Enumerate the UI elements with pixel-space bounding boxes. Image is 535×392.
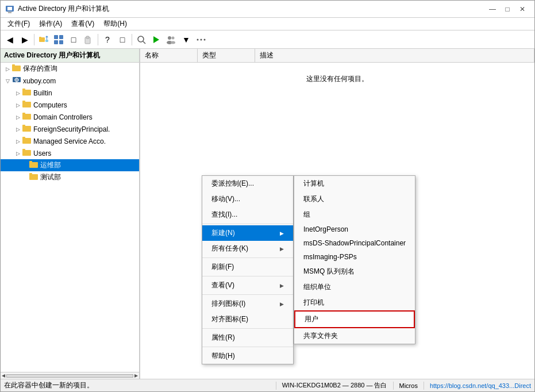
window-title: Active Directory 用户和计算机	[18, 4, 485, 14]
column-headers: 名称 类型 描述	[140, 49, 534, 63]
ctx-arrange-icons[interactable]: 排列图标(I) ▶	[202, 296, 293, 312]
svg-rect-8	[59, 35, 63, 39]
tree-item-label: 测试部	[40, 172, 61, 182]
tree-item-builtin[interactable]: ▷ Builtin	[1, 87, 139, 99]
ctx-help[interactable]: 帮助(H)	[202, 348, 293, 364]
sub-user[interactable]: 用户	[294, 310, 415, 328]
back-button[interactable]: ◀	[3, 33, 17, 47]
tree-item-computers[interactable]: ▷ Computers	[1, 99, 139, 111]
sub-org-unit[interactable]: 组织单位	[294, 279, 415, 295]
tree-item-ceshi[interactable]: 测试部	[1, 171, 139, 183]
status-bar: 在此容器中创建一新的项目。 WIN-ICEKDG1M0B2 — 2880 — 告…	[1, 379, 534, 391]
ctx-properties[interactable]: 属性(R)	[202, 330, 293, 345]
scroll-left-arrow[interactable]: ◀	[2, 373, 5, 378]
toolbar-separator-3	[132, 34, 132, 45]
col-header-type[interactable]: 类型	[198, 49, 255, 62]
ctx-refresh[interactable]: 刷新(F)	[202, 259, 293, 275]
tree-item-yunwei[interactable]: 运维部	[1, 159, 139, 171]
svg-rect-40	[22, 149, 25, 151]
col-header-name[interactable]: 名称	[140, 49, 198, 62]
folder-icon	[22, 148, 32, 158]
svg-rect-1	[7, 7, 12, 10]
ctx-sep-5	[202, 328, 293, 329]
svg-rect-9	[54, 40, 58, 44]
ctx-find[interactable]: 查找(I)...	[202, 207, 293, 222]
show-contents-button[interactable]	[52, 33, 66, 47]
menu-file[interactable]: 文件(F)	[3, 18, 34, 30]
sub-inetorgperson[interactable]: InetOrgPerson	[294, 222, 415, 236]
ctx-view-arrow: ▶	[280, 283, 284, 289]
svg-point-20	[197, 39, 199, 40]
filter2-button[interactable]: ▼	[179, 33, 193, 47]
main-window: Active Directory 用户和计算机 — □ ✕ 文件(F) 操作(A…	[0, 0, 535, 392]
sub-printer[interactable]: 打印机	[294, 295, 415, 310]
tree-item-label: xuboy.com	[23, 77, 56, 85]
scroll-right-arrow[interactable]: ▶	[134, 373, 138, 378]
folder-icon	[29, 160, 39, 170]
up-button[interactable]	[37, 33, 51, 47]
svg-rect-36	[22, 125, 25, 127]
status-sep	[276, 382, 276, 390]
sub-msmq[interactable]: MSMQ 队列别名	[294, 264, 415, 279]
close-button[interactable]: ✕	[515, 3, 530, 15]
toolbar-separator-1	[34, 34, 34, 45]
ctx-move[interactable]: 移动(V)...	[202, 191, 293, 207]
svg-rect-24	[12, 64, 15, 67]
sub-contact[interactable]: 联系人	[294, 191, 415, 207]
taskbar-item-2: Micros	[399, 382, 418, 389]
tree-item-label: 运维部	[40, 160, 61, 170]
sub-msds-shadow[interactable]: msDS-ShadowPrincipalContainer	[294, 236, 415, 250]
menu-view[interactable]: 查看(V)	[67, 18, 99, 30]
sub-computer[interactable]: 计算机	[294, 176, 415, 191]
folder-icon	[29, 172, 39, 182]
ctx-new[interactable]: 新建(N) ▶	[202, 225, 293, 241]
sub-group[interactable]: 组	[294, 207, 415, 222]
ctx-all-tasks[interactable]: 所有任务(K) ▶	[202, 241, 293, 256]
users-icon-btn[interactable]	[164, 33, 178, 47]
title-bar: Active Directory 用户和计算机 — □ ✕	[1, 1, 534, 18]
status-sep2	[393, 382, 394, 390]
copy-button[interactable]: □	[67, 33, 80, 47]
help-toolbar-button[interactable]: ?	[101, 33, 114, 47]
more-button[interactable]	[194, 33, 208, 47]
menu-action[interactable]: 操作(A)	[34, 18, 67, 30]
folder-icon	[22, 100, 32, 110]
svg-marker-15	[153, 36, 159, 43]
tree-item-domain-controllers[interactable]: ▷ Domain Controllers	[1, 111, 139, 123]
tree-item-label: Builtin	[33, 89, 52, 97]
tree-item-foreign-security[interactable]: ▷ ForeignSecurityPrincipal.	[1, 123, 139, 135]
svg-rect-30	[22, 89, 25, 91]
search-button[interactable]	[134, 33, 148, 47]
toolbar-separator-2	[98, 34, 98, 45]
minimize-button[interactable]: —	[485, 3, 500, 15]
ctx-sep-4	[202, 294, 293, 295]
filter-button[interactable]: □	[116, 33, 129, 47]
folder-icon	[22, 124, 32, 134]
ctx-align-icons[interactable]: 对齐图标(E)	[202, 312, 293, 327]
ctx-delegate-control[interactable]: 委派控制(E)...	[202, 176, 293, 191]
maximize-button[interactable]: □	[500, 3, 515, 15]
sub-shared-folder[interactable]: 共享文件夹	[294, 328, 415, 344]
svg-rect-38	[22, 137, 25, 139]
ctx-sep-1	[202, 224, 293, 224]
tree-arrow: ▷	[13, 151, 22, 156]
menu-help[interactable]: 帮助(H)	[99, 18, 132, 30]
run-button[interactable]	[149, 33, 163, 47]
col-header-desc[interactable]: 描述	[255, 49, 534, 62]
forward-button[interactable]: ▶	[18, 33, 32, 47]
tree-item-users[interactable]: ▷ Users	[1, 147, 139, 159]
svg-rect-6	[45, 40, 48, 42]
tree-arrow: ▷	[3, 66, 12, 72]
tree-item-managed-service[interactable]: ▷ Managed Service Acco.	[1, 135, 139, 147]
svg-rect-5	[39, 37, 41, 39]
tree-arrow: ▷	[13, 90, 22, 96]
ctx-view[interactable]: 查看(V) ▶	[202, 278, 293, 293]
sub-msimaging[interactable]: msImaging-PSPs	[294, 250, 415, 264]
tree-item-saved-queries[interactable]: ▷ 保存的查询	[1, 63, 139, 75]
submenu: 计算机 联系人 组 InetOrgPerson msDS-ShadowPrinc…	[294, 175, 415, 344]
folder-icon	[22, 136, 32, 146]
tree-item-xuboy[interactable]: ▽ xuboy.com	[1, 75, 139, 87]
ctx-sep-6	[202, 347, 293, 347]
svg-rect-44	[29, 173, 32, 175]
paste-button[interactable]	[82, 33, 95, 47]
